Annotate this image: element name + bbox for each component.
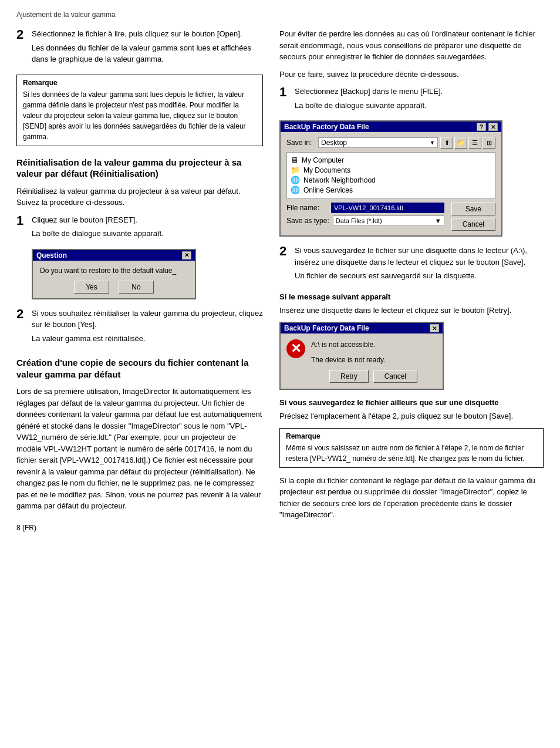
- backup-icon-new[interactable]: 📁: [454, 137, 467, 149]
- error-dialog-body: ✕ A:\ is not accessible. The device is n…: [281, 333, 443, 389]
- backup-buttons-col: Save Cancel: [451, 203, 495, 231]
- backup-savetype-row: Save as type: Data Files (*.ldt) ▼: [286, 215, 444, 226]
- backup-savetype-combo[interactable]: Data Files (*.ldt) ▼: [333, 215, 444, 226]
- question-dialog: Question ✕ Do you want to restore to the…: [32, 249, 196, 299]
- backup-form-fields: File name: VPL-VW12_0017416.ldt Save as …: [286, 203, 444, 231]
- section1-intro: Réinitialisez la valeur gamma du project…: [16, 186, 263, 208]
- error-text-area: A:\ is not accessible. The device is not…: [311, 339, 436, 383]
- error-message1: A:\ is not accessible.: [311, 339, 436, 350]
- file-name-3: Online Services: [303, 186, 353, 194]
- backup-savetype-arrow: ▼: [435, 217, 441, 224]
- closing-text: Si la copie du fichier contenant le régl…: [279, 475, 544, 521]
- backup-icon-detail[interactable]: ⊞: [483, 137, 495, 149]
- backup-cancel-button[interactable]: Cancel: [451, 218, 495, 231]
- backup-savein-value: Desktop: [321, 139, 347, 147]
- backup-savein-arrow: ▼: [430, 140, 435, 146]
- step1-right-text2: La boîte de dialogue suivante apparaît.: [295, 100, 443, 112]
- section2-heading: Création d'une copie de secours du fichi…: [16, 357, 263, 380]
- file-icon-1: 📁: [291, 166, 300, 174]
- file-name-2: Network Neighborhood: [303, 176, 376, 184]
- step2-text1-left: Sélectionnez le fichier à lire, puis cli…: [32, 28, 263, 40]
- question-yes-button[interactable]: Yes: [74, 281, 109, 294]
- question-dialog-body: Do you want to restore to the default va…: [33, 261, 195, 298]
- step1-right-text1: Sélectionnez [Backup] dans le menu [FILE…: [295, 86, 443, 97]
- subheading1: Si le message suivant apparaît: [279, 292, 544, 301]
- question-no-button[interactable]: No: [119, 281, 154, 294]
- note1-title: Remarque: [23, 79, 257, 87]
- file-icon-0: 🖥: [291, 156, 298, 164]
- backup-file-list: 🖥 My Computer 📁 My Documents 🌐 Network N…: [286, 152, 495, 199]
- step2-right-text1: Si vous sauvegardez le fichier sur une d…: [295, 245, 544, 268]
- note-box-2: Remarque Même si vous saisissez un autre…: [279, 428, 544, 468]
- error-icon: ✕: [286, 339, 305, 358]
- note2-text: Même si vous saisissez un autre nom de f…: [286, 443, 537, 464]
- question-dialog-title: Question: [36, 251, 67, 260]
- file-list-item-3: 🌐 Online Services: [291, 185, 491, 195]
- error-dialog-title: BackUp Factory Data File: [284, 324, 369, 332]
- error-retry-button[interactable]: Retry: [329, 370, 369, 383]
- question-dialog-close-btn[interactable]: ✕: [182, 251, 191, 260]
- error-message2: The device is not ready.: [311, 355, 436, 365]
- file-list-item-0: 🖥 My Computer: [291, 155, 491, 165]
- section2-text: Lors de sa première utilisation, ImageDi…: [16, 386, 263, 512]
- error-cancel-button[interactable]: Cancel: [373, 370, 417, 383]
- error-dialog-titlebar: BackUp Factory Data File ✕: [281, 323, 443, 333]
- right-intro-text2: Pour ce faire, suivez la procédure décri…: [279, 69, 544, 80]
- error-buttons: Retry Cancel: [311, 370, 436, 383]
- file-icon-2: 🌐: [291, 176, 300, 184]
- breadcrumb: Ajustement de la valeur gamma: [16, 11, 544, 19]
- step-number-1-right: 1: [279, 86, 290, 113]
- subheading2-text: Précisez l'emplacement à l'étape 2, puis…: [279, 410, 544, 422]
- step-number-2-reset: 2: [16, 308, 27, 347]
- step2-reset-text1: Si vous souhaitez réinitialiser la valeu…: [32, 308, 263, 331]
- step-number-1-reset: 1: [16, 214, 27, 242]
- step2-text2-left: Les données du fichier de la valeur gamm…: [32, 42, 263, 65]
- step-number-2-left: 2: [16, 28, 27, 68]
- backup-save-button[interactable]: Save: [451, 203, 495, 215]
- note-box-1: Remarque Si les données de la valeur gam…: [16, 75, 263, 146]
- step1-reset-text2: La boîte de dialogue suivante apparaît.: [32, 228, 164, 240]
- backup-dialog-body: Save in: Desktop ▼ ⬆ 📁 ☰ ⊞: [281, 132, 501, 235]
- step2-reset-text2: La valeur gamma est réinitialisée.: [32, 333, 263, 345]
- file-list-item-2: 🌐 Network Neighborhood: [291, 175, 491, 185]
- question-dialog-text: Do you want to restore to the default va…: [40, 267, 188, 275]
- note1-text: Si les données de la valeur gamma sont l…: [23, 89, 257, 142]
- backup-icon-list[interactable]: ☰: [468, 137, 481, 149]
- error-dialog-close-btn[interactable]: ✕: [430, 324, 439, 332]
- backup-savein-combo[interactable]: Desktop ▼: [318, 137, 438, 148]
- section1-heading: Réinitialisation de la valeur gamma du p…: [16, 157, 263, 180]
- file-name-1: My Documents: [303, 166, 350, 174]
- backup-filename-row: File name: VPL-VW12_0017416.ldt: [286, 203, 444, 213]
- page-number: 8 (FR): [16, 524, 263, 532]
- backup-dialog-titlebar: BackUp Factory Data File ? ✕: [281, 122, 501, 132]
- file-icon-3: 🌐: [291, 186, 300, 194]
- backup-savetype-value: Data Files (*.ldt): [336, 217, 382, 224]
- backup-dialog-title: BackUp Factory Data File: [284, 123, 369, 131]
- backup-dialog-help-btn[interactable]: ?: [477, 123, 486, 131]
- file-name-0: My Computer: [302, 156, 344, 164]
- step-number-2-right: 2: [279, 245, 290, 284]
- backup-filename-label: File name:: [286, 204, 328, 212]
- backup-savein-label: Save in:: [286, 139, 316, 147]
- right-intro-text1: Pour éviter de perdre les données au cas…: [279, 28, 544, 63]
- subheading2: Si vous sauvegardez le fichier ailleurs …: [279, 398, 544, 407]
- backup-icon-up[interactable]: ⬆: [440, 137, 453, 149]
- note2-title: Remarque: [286, 432, 537, 440]
- step1-reset-text1: Cliquez sur le bouton [RESET].: [32, 214, 164, 226]
- backup-toolbar-icons: ⬆ 📁 ☰ ⊞: [440, 137, 495, 149]
- backup-dialog-close-btn[interactable]: ✕: [488, 123, 498, 131]
- subheading1-text: Insérez une disquette dans le lecteur et…: [279, 305, 544, 316]
- backup-filename-input[interactable]: VPL-VW12_0017416.ldt: [331, 203, 444, 213]
- file-list-item-1: 📁 My Documents: [291, 165, 491, 175]
- step2-right-text2: Un fichier de secours est sauvegardé sur…: [295, 270, 544, 282]
- backup-form-area: File name: VPL-VW12_0017416.ldt Save as …: [286, 203, 495, 231]
- error-dialog: BackUp Factory Data File ✕ ✕ A:\ is not …: [279, 322, 444, 390]
- backup-dialog-large: BackUp Factory Data File ? ✕ Save in: De…: [279, 120, 502, 237]
- backup-savetype-label: Save as type:: [286, 217, 329, 225]
- question-dialog-titlebar: Question ✕: [33, 250, 195, 261]
- backup-savein-row: Save in: Desktop ▼ ⬆ 📁 ☰ ⊞: [286, 137, 495, 149]
